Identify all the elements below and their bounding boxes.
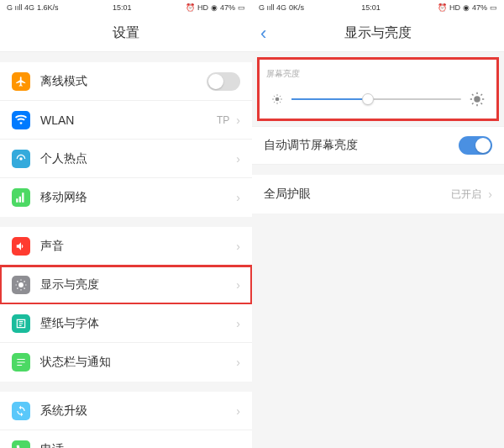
- time-text: 15:01: [113, 3, 132, 12]
- signal-text: G ııll 4G: [259, 3, 286, 12]
- row-label: 电话: [40, 442, 236, 449]
- page-title: 显示与亮度: [344, 24, 412, 42]
- battery-text: 47%: [220, 3, 235, 12]
- eye-protection-value: 已开启: [451, 187, 481, 202]
- row-phone[interactable]: 电话›: [0, 430, 252, 448]
- auto-brightness-toggle[interactable]: [459, 136, 492, 155]
- svg-line-18: [280, 96, 281, 97]
- svg-line-4: [17, 281, 18, 282]
- alarm-icon: ⏰: [186, 3, 195, 12]
- svg-line-24: [472, 94, 474, 96]
- eye-protection-label: 全局护眼: [264, 187, 451, 202]
- svg-line-27: [481, 94, 483, 96]
- battery-icon: ▭: [490, 3, 497, 12]
- svg-line-25: [481, 103, 483, 105]
- svg-line-17: [274, 102, 275, 103]
- row-brightness[interactable]: 显示与亮度›: [0, 266, 252, 304]
- brightness-slider-row[interactable]: [266, 88, 490, 110]
- wifi-icon: ◉: [463, 3, 470, 12]
- row-label: 离线模式: [40, 74, 207, 89]
- auto-brightness-row[interactable]: 自动调节屏幕亮度: [252, 126, 504, 165]
- svg-point-0: [19, 157, 23, 161]
- row-notify[interactable]: 状态栏与通知›: [0, 343, 252, 382]
- row-wifi[interactable]: WLANTP›: [0, 101, 252, 140]
- left-phone: G ııll 4G 1.6K/s 15:01 ⏰ HD ◉ 47% ▭ 设置 离…: [0, 0, 252, 448]
- speed-text: 0K/s: [289, 3, 304, 12]
- hd-text: HD: [449, 3, 460, 12]
- airplane-icon: [12, 72, 30, 91]
- brightness-slider-box: 屏幕亮度: [257, 57, 499, 121]
- row-label: 状态栏与通知: [40, 355, 236, 370]
- svg-line-16: [280, 102, 281, 103]
- right-header: ‹ 显示与亮度: [252, 15, 504, 52]
- hd-text: HD: [197, 3, 208, 12]
- row-label: 显示与亮度: [40, 277, 236, 293]
- right-phone: G ııll 4G 0K/s 15:01 ⏰ HD ◉ 47% ▭ ‹ 显示与亮…: [252, 0, 504, 448]
- eye-protection-row[interactable]: 全局护眼 已开启 ›: [252, 175, 504, 213]
- row-wallpaper[interactable]: 壁纸与字体›: [0, 304, 252, 343]
- brightness-icon: [12, 276, 30, 294]
- chevron-right-icon: ›: [236, 191, 240, 204]
- brightness-slider[interactable]: [291, 98, 461, 100]
- settings-list[interactable]: 离线模式 WLANTP› 个人热点› 移动网络› 声音› 显示与亮度› 壁纸与字…: [0, 52, 252, 448]
- brightness-high-icon: [470, 92, 485, 107]
- chevron-right-icon: ›: [488, 187, 492, 201]
- back-button[interactable]: ‹: [260, 23, 266, 45]
- wallpaper-icon: [12, 314, 30, 333]
- chevron-right-icon: ›: [236, 404, 240, 418]
- chevron-right-icon: ›: [236, 356, 240, 369]
- svg-line-5: [24, 287, 25, 288]
- battery-text: 47%: [472, 3, 487, 12]
- signal-text: G ııll 4G: [7, 3, 34, 12]
- status-bar: G ııll 4G 1.6K/s 15:01 ⏰ HD ◉ 47% ▭: [0, 0, 252, 15]
- svg-point-1: [18, 282, 24, 287]
- row-hotspot[interactable]: 个人热点›: [0, 140, 252, 178]
- page-title: 设置: [113, 24, 139, 42]
- chevron-right-icon: ›: [236, 278, 240, 292]
- row-label: 系统升级: [40, 403, 236, 419]
- chevron-right-icon: ›: [236, 152, 240, 166]
- svg-line-15: [274, 96, 275, 97]
- row-cellular[interactable]: 移动网络›: [0, 178, 252, 217]
- left-header: 设置: [0, 15, 252, 52]
- display-settings: 屏幕亮度 自动调节屏幕亮度 全局护眼 已开启 ›: [252, 52, 504, 448]
- hotspot-icon: [12, 150, 30, 168]
- row-update[interactable]: 系统升级›: [0, 392, 252, 430]
- chevron-right-icon: ›: [236, 443, 240, 449]
- row-label: 声音: [40, 239, 236, 254]
- row-label: WLAN: [40, 113, 217, 127]
- speed-text: 1.6K/s: [37, 3, 59, 12]
- svg-point-10: [276, 98, 280, 102]
- time-text: 15:01: [361, 3, 381, 12]
- row-value: TP: [217, 114, 229, 126]
- row-label: 移动网络: [40, 190, 236, 205]
- brightness-low-icon: [271, 93, 283, 105]
- slider-thumb[interactable]: [362, 93, 374, 105]
- svg-line-8: [17, 287, 18, 288]
- svg-point-19: [474, 96, 480, 103]
- row-label: 壁纸与字体: [40, 316, 236, 331]
- row-sound[interactable]: 声音›: [0, 227, 252, 266]
- phone-icon: [12, 440, 30, 449]
- auto-brightness-label: 自动调节屏幕亮度: [264, 138, 459, 153]
- svg-line-26: [472, 103, 474, 105]
- notify-icon: [12, 353, 30, 372]
- sound-icon: [12, 237, 30, 256]
- chevron-right-icon: ›: [236, 317, 240, 330]
- row-airplane[interactable]: 离线模式: [0, 62, 252, 101]
- cellular-icon: [12, 188, 30, 207]
- wifi-icon: ◉: [211, 3, 218, 12]
- chevron-right-icon: ›: [236, 113, 240, 127]
- svg-line-9: [24, 281, 25, 282]
- update-icon: [12, 402, 30, 420]
- status-bar: G ııll 4G 0K/s 15:01 ⏰ HD ◉ 47% ▭: [252, 0, 504, 15]
- airplane-toggle[interactable]: [207, 72, 240, 91]
- wifi-icon: [12, 111, 30, 129]
- battery-icon: ▭: [238, 3, 245, 12]
- alarm-icon: ⏰: [438, 3, 447, 12]
- chevron-right-icon: ›: [236, 240, 240, 253]
- row-label: 个人热点: [40, 151, 236, 166]
- brightness-section-label: 屏幕亮度: [266, 68, 490, 80]
